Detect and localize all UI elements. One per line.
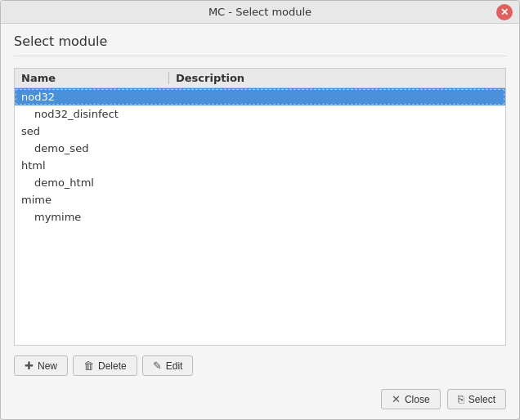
close-icon: ✕ <box>392 393 401 405</box>
table-row[interactable]: mime <box>15 191 505 208</box>
row-label: html <box>21 159 46 172</box>
table-row[interactable]: sed <box>15 123 505 140</box>
edit-label: Edit <box>166 360 183 372</box>
row-label: mymime <box>34 211 81 223</box>
select-label: Select <box>468 394 495 405</box>
table-row[interactable]: mymime <box>15 208 505 226</box>
module-table: Name Description nod32nod32_disinfectsed… <box>14 68 506 346</box>
row-label: demo_sed <box>34 142 88 154</box>
col-separator <box>168 72 169 84</box>
row-label: mime <box>21 194 52 206</box>
row-label: sed <box>21 125 40 137</box>
row-label: demo_html <box>34 176 94 189</box>
edit-icon: ✎ <box>153 360 162 372</box>
title-bar: MC - Select module ✕ <box>1 1 519 24</box>
table-row[interactable]: nod32 <box>15 88 505 105</box>
delete-icon: 🗑 <box>83 360 94 372</box>
select-icon: ⎘ <box>458 393 464 405</box>
window-close-icon: ✕ <box>500 7 509 18</box>
new-label: New <box>38 360 57 372</box>
bottom-toolbar: ✚ New 🗑 Delete ✎ Edit <box>14 355 506 376</box>
dialog-heading: Select module <box>14 34 506 56</box>
edit-button[interactable]: ✎ Edit <box>142 355 194 376</box>
left-buttons: ✚ New 🗑 Delete ✎ Edit <box>14 355 193 376</box>
delete-label: Delete <box>98 360 127 372</box>
table-row[interactable]: html <box>15 157 505 174</box>
table-body: nod32nod32_disinfectseddemo_sedhtmldemo_… <box>15 88 505 345</box>
dialog-body: Select module Name Description nod32nod3… <box>1 24 519 386</box>
table-row[interactable]: nod32_disinfect <box>15 105 505 123</box>
col-desc-header: Description <box>176 72 499 84</box>
delete-button[interactable]: 🗑 Delete <box>73 355 137 376</box>
new-button[interactable]: ✚ New <box>14 355 68 376</box>
select-button[interactable]: ⎘ Select <box>447 389 506 409</box>
col-name-header: Name <box>21 72 168 84</box>
window-close-button[interactable]: ✕ <box>496 4 513 20</box>
close-button[interactable]: ✕ Close <box>381 389 441 409</box>
window-title: MC - Select module <box>208 6 312 18</box>
table-row[interactable]: demo_html <box>15 174 505 191</box>
dialog-footer: ✕ Close ⎘ Select <box>1 386 519 419</box>
row-label: nod32 <box>21 91 55 103</box>
table-row[interactable]: demo_sed <box>15 140 505 157</box>
row-label: nod32_disinfect <box>34 108 119 120</box>
new-icon: ✚ <box>25 360 34 372</box>
table-header: Name Description <box>15 69 505 88</box>
dialog: MC - Select module ✕ Select module Name … <box>0 0 520 420</box>
close-label: Close <box>405 394 430 405</box>
